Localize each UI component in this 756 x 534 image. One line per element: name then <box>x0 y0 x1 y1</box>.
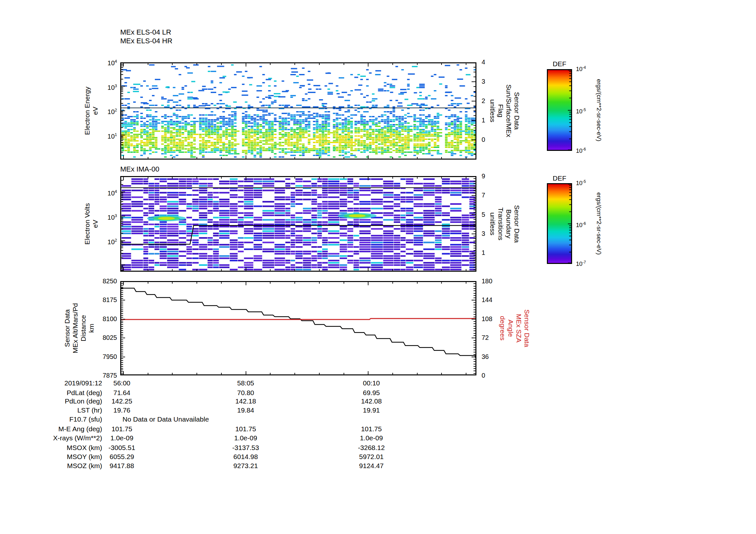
els-right-axis-label-line: Sensor Data <box>513 84 521 137</box>
ima-right-tick-label: 3 <box>482 230 485 238</box>
x-tick-label: 00:10 <box>336 379 407 387</box>
alt-y-axis-label-line: km <box>87 303 95 353</box>
x-tick-label: 56:00 <box>86 379 157 387</box>
table-cell-value: 6055.29 <box>86 453 157 461</box>
colorbar-tick-label: 10-6 <box>576 146 586 154</box>
table-cell-value: 19.91 <box>336 406 407 415</box>
alt-ytick-label: 8175 <box>103 296 117 304</box>
table-cell-value: 71.64 <box>86 389 157 397</box>
table-cell-value: 101.75 <box>86 425 157 433</box>
table-cell-value: 142.18 <box>210 397 281 405</box>
table-cell-value: 101.75 <box>336 425 407 433</box>
table-cell-value: 19.76 <box>86 406 157 415</box>
sza-right-axis-label-line: degrees <box>499 310 507 347</box>
alt-y-axis-label-line: Distance <box>79 303 87 353</box>
ima-right-tick-label: 1 <box>482 249 485 257</box>
ima-y-axis-label-line: Electron Volts <box>83 203 91 244</box>
ima-y-axis-label-line: eV <box>91 203 99 244</box>
colorbar-tick-label: 10-6 <box>576 220 586 229</box>
sza-right-axis-label: Sensor Data MEx SZA Angle degrees <box>499 310 531 347</box>
table-cell-value: 9417.88 <box>86 462 157 470</box>
table-cell-value: 70.80 <box>210 389 281 397</box>
table-cell-value: -3268.12 <box>336 444 407 452</box>
table-cell-value: 1.0e-09 <box>336 434 407 442</box>
els-right-axis-label-line: unitless <box>489 84 497 137</box>
els-right-tick-label: 1 <box>482 116 485 124</box>
sza-right-tick-label: 180 <box>482 277 492 285</box>
alt-ytick-label: 7950 <box>103 353 117 361</box>
ima-y-axis-label: Electron Volts eV <box>83 203 99 244</box>
els-right-axis-label-line: Flag <box>497 84 505 137</box>
ima-right-axis-label-line: Sensor Data <box>513 205 521 243</box>
els-right-axis-label: Sensor Data Sun/Surface/MEx Flag unitles… <box>489 84 521 137</box>
els-ytick-label: 103 <box>108 82 117 91</box>
x-tick-label: 58:05 <box>210 379 281 387</box>
alt-ytick-label: 8250 <box>103 277 117 285</box>
alt-ytick-label: 7875 <box>103 371 117 379</box>
table-cell-value: 19.84 <box>210 406 281 415</box>
ima-ytick-label: 104 <box>108 188 117 197</box>
colorbar1-title: DEF <box>547 60 572 67</box>
ima-ytick-label: 103 <box>108 212 117 221</box>
els-title-lr: MEx ELS-04 LR <box>120 28 171 37</box>
colorbar-tick-label: 10-5 <box>576 178 586 187</box>
table-cell-value: 9273.21 <box>210 462 281 470</box>
ima-right-axis-label: Sensor Data Boundary Transitions unitles… <box>489 205 521 243</box>
ima-title: MEx IMA-00 <box>120 165 159 173</box>
table-cell-value: -3137.53 <box>210 444 281 452</box>
colorbar-tick-label: 10-4 <box>576 64 586 73</box>
sza-right-axis-label-line: MEx SZA <box>515 310 523 347</box>
table-cell-value: 101.75 <box>210 425 281 433</box>
alt-y-axis-label: Sensor Data MEx Alt/Mars/Pd Distance km <box>63 303 95 353</box>
table-cell-value: 142.25 <box>86 397 157 405</box>
sza-right-axis-label-line: Sensor Data <box>523 310 531 347</box>
table-cell-value: -3005.51 <box>86 444 157 452</box>
table-cell-value: 1.0e-09 <box>210 434 281 442</box>
els-ytick-label: 101 <box>108 131 117 140</box>
els-right-axis-label-line: Sun/Surface/MEx <box>505 84 513 137</box>
colorbar2-unit-label: ergs/(cm**2-sr-sec-eV) <box>595 192 603 255</box>
colorbar1-ticks <box>547 69 572 151</box>
alt-ytick-label: 8100 <box>103 315 117 323</box>
ima-right-tick-label: 9 <box>482 172 485 180</box>
table-row-label: F10.7 (sfu) <box>69 415 102 423</box>
ima-right-axis-label-line: unitless <box>489 205 497 243</box>
alt-ytick-label: 8025 <box>103 334 117 342</box>
els-spectrogram <box>120 62 476 160</box>
table-cell-value: 1.0e-09 <box>86 434 157 442</box>
ima-right-axis-label-line: Boundary <box>505 205 513 243</box>
alt-y-axis-label-line: Sensor Data <box>63 303 71 353</box>
sza-right-axis-label-line: Angle <box>507 310 515 347</box>
alt-y-axis-label-line: MEx Alt/Mars/Pd <box>71 303 79 353</box>
els-right-tick-label: 0 <box>482 136 485 143</box>
els-right-tick-label: 3 <box>482 78 485 85</box>
sza-right-tick-label: 108 <box>482 315 492 323</box>
sza-right-tick-label: 144 <box>482 296 492 304</box>
sza-right-tick-label: 72 <box>482 334 489 342</box>
colorbar2-title: DEF <box>547 174 572 182</box>
ima-right-tick-label: 7 <box>482 191 485 199</box>
ima-ytick-label: 102 <box>108 237 117 246</box>
colorbar-tick-label: 10-5 <box>576 106 586 115</box>
els-ytick-label: 104 <box>108 58 117 67</box>
colorbar-tick-label: 10-7 <box>576 259 586 267</box>
els-y-axis-label-line: eV <box>91 87 99 135</box>
els-title-hr: MEx ELS-04 HR <box>120 37 172 45</box>
colorbar2-ticks <box>547 183 572 264</box>
table-row-note: No Data or Data Unavailable <box>122 415 209 423</box>
mex-quicklook-plot-page: MEx ELS-04 LR MEx ELS-04 HR MEx IMA-00 E… <box>0 0 756 534</box>
table-cell-value: 69.95 <box>336 389 407 397</box>
table-cell-value: 142.08 <box>336 397 407 405</box>
ima-right-tick-label: 5 <box>482 211 485 218</box>
table-cell-value: 5972.01 <box>336 453 407 461</box>
els-y-axis-label: Electron Energy eV <box>83 87 99 135</box>
sza-right-tick-label: 36 <box>482 353 489 361</box>
els-ytick-label: 102 <box>108 106 117 116</box>
ima-spectrogram <box>120 176 476 272</box>
els-y-axis-label-line: Electron Energy <box>83 87 91 135</box>
table-cell-value: 6014.98 <box>210 453 281 461</box>
sza-right-tick-label: 0 <box>482 371 485 379</box>
altitude-sza-plot <box>120 281 476 375</box>
els-right-tick-label: 2 <box>482 97 485 105</box>
table-cell-value: 9124.47 <box>336 462 407 470</box>
